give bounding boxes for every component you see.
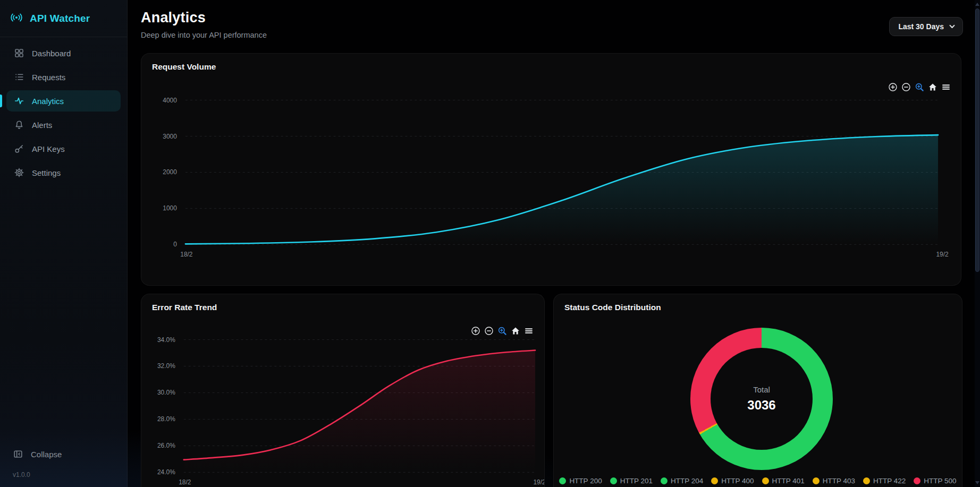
legend-label: HTTP 201 [620,477,653,485]
sidebar-item-label: Alerts [32,121,52,130]
legend-item[interactable]: HTTP 422 [863,477,906,485]
card-title: Status Code Distribution [564,303,661,312]
y-tick-label: 32.0% [157,363,175,370]
zoom-out-icon[interactable] [901,82,911,92]
y-tick-label: 2000 [163,168,177,176]
legend-item[interactable]: HTTP 204 [661,477,703,485]
sidebar-item-label: Analytics [32,97,64,106]
collapse-label: Collapse [31,450,62,459]
zoom-in-icon[interactable] [888,82,898,92]
zoom-out-icon[interactable] [484,326,494,336]
activity-icon [14,96,24,106]
x-tick-label: 18/2 [179,479,191,486]
legend-item[interactable]: HTTP 400 [711,477,754,485]
donut-total-label: Total [753,385,770,394]
legend-dot-icon [559,477,566,484]
main-content: Analytics Deep dive into your API perfor… [128,0,980,487]
chevron-down-icon [949,24,955,29]
version-label: v1.0.0 [13,471,114,479]
sidebar-item-label: API Keys [32,144,65,153]
scrollbar-down-arrow-icon[interactable] [975,481,979,484]
bell-icon [14,119,24,130]
date-range-value: Last 30 Days [898,22,944,31]
request-volume-card: Request Volume 4000300020001000018/219/2 [141,53,961,286]
chart-toolbox [888,82,951,92]
legend-label: HTTP 422 [873,477,906,485]
zoom-in-icon[interactable] [471,326,480,336]
request-volume-chart[interactable]: 4000300020001000018/219/2 [141,54,961,285]
grid-icon [14,48,24,58]
status-code-card: Status Code Distribution Total 3036 HTTP… [553,294,962,487]
gear-icon [14,167,24,178]
key-icon [14,143,24,154]
legend-label: HTTP 200 [569,477,602,485]
x-tick-label: 19/2 [533,479,544,486]
menu-icon[interactable] [524,326,534,336]
sidebar: API Watcher Dashboard [0,0,128,487]
sidebar-item-label: Requests [32,73,65,82]
y-tick-label: 0 [173,241,177,248]
legend-dot-icon [610,477,617,484]
page-scrollbar-thumb[interactable] [975,8,979,272]
legend-item[interactable]: HTTP 200 [559,477,602,485]
legend-dot-icon [661,477,668,484]
legend-dot-icon [813,477,820,484]
panel-collapse-icon [13,449,23,459]
legend-label: HTTP 401 [772,477,805,485]
chart-toolbox [471,326,534,336]
sidebar-item-requests[interactable]: Requests [6,66,121,88]
legend-dot-icon [914,477,920,484]
legend-item[interactable]: HTTP 201 [610,477,653,485]
legend-dot-icon [762,477,769,484]
y-tick-label: 3000 [163,133,177,140]
brand-name: API Watcher [30,13,90,24]
error-rate-chart[interactable]: 34.0%32.0%30.0%28.0%26.0%24.0%18/219/2 [141,294,544,487]
y-tick-label: 4000 [163,97,177,104]
error-rate-card: Error Rate Trend 34.0%32.0%30.0%28.0%26.… [141,294,545,487]
sidebar-item-settings[interactable]: Settings [6,162,121,183]
app-root: API Watcher Dashboard [0,0,980,487]
legend-label: HTTP 204 [671,477,703,485]
sidebar-item-label: Dashboard [32,49,71,58]
donut-center: Total 3036 [711,348,813,450]
y-tick-label: 34.0% [157,336,175,344]
x-tick-label: 18/2 [180,251,193,258]
legend-label: HTTP 500 [924,477,956,485]
legend-item[interactable]: HTTP 401 [762,477,805,485]
donut-total-value: 3036 [747,398,775,413]
box-zoom-icon[interactable] [915,82,924,92]
x-tick-label: 19/2 [936,251,949,258]
y-tick-label: 1000 [163,204,177,212]
legend-item[interactable]: HTTP 403 [813,477,855,485]
broadcast-icon [10,11,23,27]
legend-label: HTTP 403 [823,477,855,485]
legend-item[interactable]: HTTP 500 [914,477,956,485]
list-icon [14,72,24,82]
sidebar-item-dashboard[interactable]: Dashboard [6,42,121,64]
sidebar-footer: Collapse v1.0.0 [0,440,127,487]
box-zoom-icon[interactable] [497,326,507,336]
reset-home-icon[interactable] [511,326,520,336]
sidebar-item-analytics[interactable]: Analytics [6,90,121,112]
page-subtitle: Deep dive into your API performance [141,31,267,39]
legend-label: HTTP 400 [721,477,754,485]
legend-dot-icon [863,477,870,484]
reset-home-icon[interactable] [928,82,937,92]
donut-legend: HTTP 200HTTP 201HTTP 204HTTP 400HTTP 401… [554,477,962,485]
menu-icon[interactable] [941,82,951,92]
collapse-button[interactable]: Collapse [13,449,114,459]
legend-dot-icon [711,477,718,484]
sidebar-nav: Dashboard Requests [6,42,121,186]
sidebar-item-alerts[interactable]: Alerts [6,114,121,135]
brand: API Watcher [0,0,127,37]
page-title: Analytics [141,10,206,26]
sidebar-item-api-keys[interactable]: API Keys [6,138,121,159]
scrollbar-up-arrow-icon[interactable] [975,3,979,6]
date-range-select[interactable]: Last 30 Days [889,17,963,36]
page-scrollbar-track[interactable] [975,0,980,487]
y-tick-label: 26.0% [157,442,175,449]
sidebar-item-label: Settings [32,168,61,177]
y-tick-label: 24.0% [157,468,175,476]
y-tick-label: 30.0% [157,389,175,396]
y-tick-label: 28.0% [157,415,175,423]
